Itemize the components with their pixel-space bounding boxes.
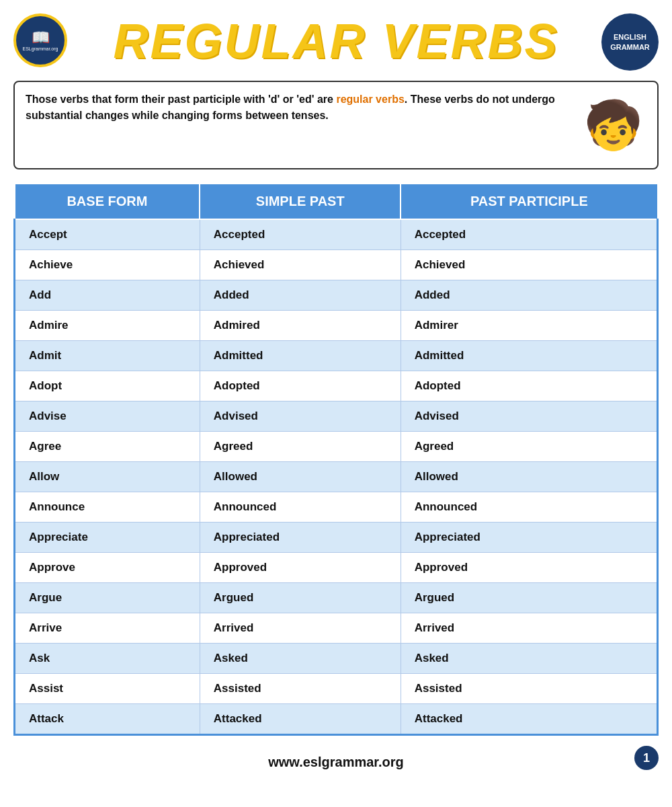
table-row: AskAskedAsked	[15, 644, 658, 674]
cell-r5-c2: Adopted	[401, 371, 657, 401]
table-row: AdmitAdmittedAdmitted	[15, 341, 658, 371]
cell-r10-c2: Appreciated	[401, 523, 657, 553]
cell-r8-c2: Allowed	[401, 462, 657, 492]
cell-r2-c0: Add	[15, 280, 200, 311]
cell-r9-c0: Announce	[15, 492, 200, 523]
cell-r14-c0: Ask	[15, 644, 200, 674]
info-text-before: Those verbs that form their past partici…	[26, 93, 336, 105]
cell-r4-c2: Admitted	[401, 341, 657, 371]
page-number: 1	[634, 746, 659, 770]
cell-r3-c0: Admire	[15, 311, 200, 341]
info-text: Those verbs that form their past partici…	[26, 91, 571, 124]
info-highlight: regular verbs	[336, 93, 404, 105]
cell-r6-c1: Advised	[200, 401, 401, 432]
cell-r2-c2: Added	[401, 280, 657, 311]
table-row: AdmireAdmiredAdmirer	[15, 311, 658, 341]
logo-text: ESLgrammar.org	[23, 46, 58, 52]
grammar-badge: ENGLISH GRAMMAR	[601, 13, 659, 71]
badge-text: ENGLISH GRAMMAR	[610, 32, 650, 52]
cell-r5-c0: Adopt	[15, 371, 200, 401]
cell-r9-c1: Announced	[200, 492, 401, 523]
cell-r0-c2: Accepted	[401, 219, 657, 250]
cell-r4-c0: Admit	[15, 341, 200, 371]
cell-r8-c0: Allow	[15, 462, 200, 492]
cell-r10-c1: Appreciated	[200, 523, 401, 553]
cell-r6-c0: Advise	[15, 401, 200, 432]
page-title: REGULAR VERBS	[113, 13, 558, 69]
logo-badge: 📖 ESLgrammar.org	[13, 13, 67, 67]
cell-r14-c1: Asked	[200, 644, 401, 674]
character-illustration: 🧒	[579, 91, 646, 159]
table-row: AllowAllowedAllowed	[15, 462, 658, 492]
cell-r13-c2: Arrived	[401, 613, 657, 644]
page-header: 📖 ESLgrammar.org REGULAR VERBS ENGLISH G…	[13, 13, 659, 69]
cell-r9-c2: Announced	[401, 492, 657, 523]
cell-r11-c2: Approved	[401, 553, 657, 583]
cell-r5-c1: Adopted	[200, 371, 401, 401]
footer-url: www.eslgrammar.org	[268, 755, 404, 770]
cell-r16-c1: Attacked	[200, 704, 401, 735]
cell-r1-c0: Achieve	[15, 250, 200, 280]
cell-r8-c1: Allowed	[200, 462, 401, 492]
cell-r15-c1: Assisted	[200, 674, 401, 704]
table-row: ArriveArrivedArrived	[15, 613, 658, 644]
cell-r10-c0: Appreciate	[15, 523, 200, 553]
table-row: AddAddedAdded	[15, 280, 658, 311]
table-row: AnnounceAnnouncedAnnounced	[15, 492, 658, 523]
cell-r12-c0: Argue	[15, 583, 200, 613]
col-base-form: BASE FORM	[15, 184, 200, 219]
table-row: AcceptAcceptedAccepted	[15, 219, 658, 250]
info-box: Those verbs that form their past partici…	[13, 81, 659, 169]
table-row: AppreciateAppreciatedAppreciated	[15, 523, 658, 553]
cell-r15-c0: Assist	[15, 674, 200, 704]
table-row: ArgueArguedArgued	[15, 583, 658, 613]
cell-r12-c1: Argued	[200, 583, 401, 613]
cell-r13-c0: Arrive	[15, 613, 200, 644]
table-row: AttackAttackedAttacked	[15, 704, 658, 735]
col-past-participle: PAST PARTICIPLE	[401, 184, 657, 219]
cell-r14-c2: Asked	[401, 644, 657, 674]
cell-r16-c0: Attack	[15, 704, 200, 735]
cell-r2-c1: Added	[200, 280, 401, 311]
cell-r1-c2: Achieved	[401, 250, 657, 280]
verb-table: BASE FORM SIMPLE PAST PAST PARTICIPLE Ac…	[13, 183, 659, 736]
cell-r16-c2: Attacked	[401, 704, 657, 735]
cell-r13-c1: Arrived	[200, 613, 401, 644]
table-row: ApproveApprovedApproved	[15, 553, 658, 583]
cell-r11-c1: Approved	[200, 553, 401, 583]
cell-r4-c1: Admitted	[200, 341, 401, 371]
col-simple-past: SIMPLE PAST	[200, 184, 401, 219]
table-header-row: BASE FORM SIMPLE PAST PAST PARTICIPLE	[15, 184, 658, 219]
cell-r0-c0: Accept	[15, 219, 200, 250]
cell-r7-c2: Agreed	[401, 432, 657, 462]
book-icon: 📖	[32, 29, 50, 46]
cell-r0-c1: Accepted	[200, 219, 401, 250]
cell-r3-c1: Admired	[200, 311, 401, 341]
cell-r1-c1: Achieved	[200, 250, 401, 280]
cell-r15-c2: Assisted	[401, 674, 657, 704]
cell-r11-c0: Approve	[15, 553, 200, 583]
cell-r12-c2: Argued	[401, 583, 657, 613]
cell-r3-c2: Admirer	[401, 311, 657, 341]
table-row: AssistAssistedAssisted	[15, 674, 658, 704]
cell-r6-c2: Advised	[401, 401, 657, 432]
table-row: AgreeAgreedAgreed	[15, 432, 658, 462]
page-footer: www.eslgrammar.org 1	[13, 749, 659, 770]
table-row: AchieveAchievedAchieved	[15, 250, 658, 280]
table-row: AdviseAdvisedAdvised	[15, 401, 658, 432]
table-row: AdoptAdoptedAdopted	[15, 371, 658, 401]
cell-r7-c1: Agreed	[200, 432, 401, 462]
cell-r7-c0: Agree	[15, 432, 200, 462]
